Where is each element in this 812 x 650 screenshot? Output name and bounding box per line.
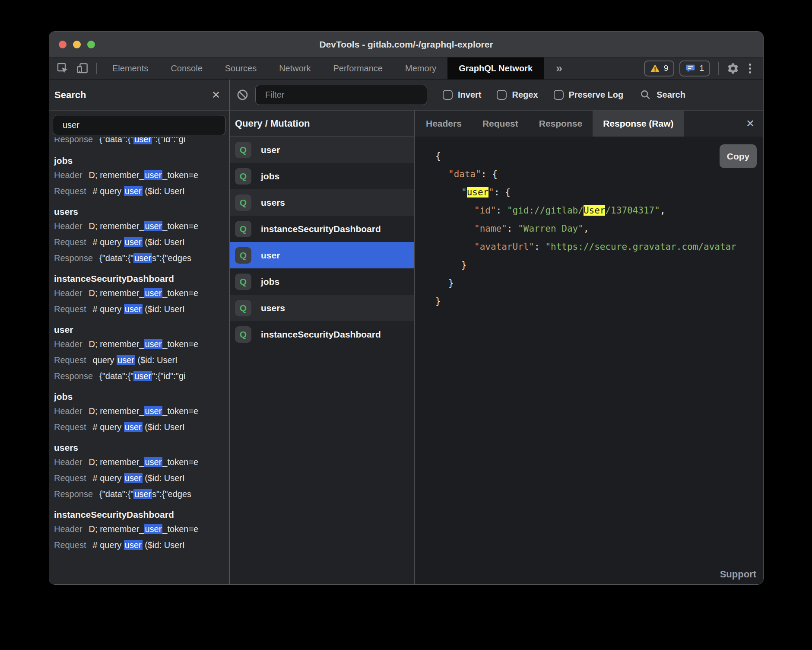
result-line-label: Request (54, 422, 86, 432)
devtools-window: DevTools - gitlab.com/-/graphql-explorer… (49, 31, 764, 585)
result-line-label: Header (54, 524, 82, 534)
query-item-label: users (261, 303, 285, 313)
json-response-body: {"data": {"user": {"id": "gid://gitlab/U… (415, 137, 763, 310)
network-filter-bar: Invert Regex Preserve Log Search (230, 80, 763, 111)
settings-gear-icon[interactable] (726, 62, 739, 75)
preserve-log-label: Preserve Log (569, 90, 624, 100)
search-result-line[interactable]: HeaderD; remember_user_token=e (54, 167, 227, 183)
search-result-line[interactable]: Response{"data":{"users":{"edges (54, 250, 227, 266)
json-line: "id": "gid://gitlab/User/13704317", (435, 201, 763, 220)
query-list-item-user[interactable]: Quser (230, 137, 414, 163)
match-highlight: user (144, 221, 162, 231)
search-result-line[interactable]: HeaderD; remember_user_token=e (54, 285, 227, 301)
result-line-label: Response (54, 253, 93, 263)
query-list-item-users[interactable]: Qusers (230, 295, 414, 321)
tab-sources[interactable]: Sources (214, 57, 268, 80)
open-search-button[interactable]: Search (640, 89, 685, 101)
result-line-label: Header (54, 221, 82, 231)
issues-badge[interactable]: 1 (679, 61, 710, 76)
regex-checkbox[interactable] (497, 90, 507, 100)
query-list-item-user[interactable]: Quser (230, 242, 414, 268)
result-line-label: Request (54, 304, 86, 314)
tab-network[interactable]: Network (268, 57, 322, 80)
query-list-item-users[interactable]: Qusers (230, 189, 414, 216)
match-highlight: user (133, 371, 152, 381)
details-tab-headers[interactable]: Headers (416, 111, 472, 137)
query-list-item-instancesecuritydashboard[interactable]: QinstanceSecurityDashboard (230, 321, 414, 347)
search-result-line[interactable]: Response{"data":{"user":{"id":"gi (54, 368, 227, 384)
preserve-log-checkbox-group[interactable]: Preserve Log (554, 90, 624, 100)
json-match-highlight: user (467, 187, 489, 198)
search-result-line[interactable]: Response{"data":{"user":{"id":"gi (54, 137, 227, 147)
query-item-label: jobs (261, 277, 279, 287)
issues-count: 1 (699, 64, 704, 73)
match-highlight: user (124, 186, 143, 196)
tab-graphql-network[interactable]: GraphQL Network (447, 57, 544, 80)
tab-memory[interactable]: Memory (394, 57, 447, 80)
window-title: DevTools - gitlab.com/-/graphql-explorer (49, 32, 763, 57)
query-item-label: instanceSecurityDashboard (261, 329, 381, 340)
filter-input[interactable] (255, 85, 427, 105)
query-list-item-instancesecuritydashboard[interactable]: QinstanceSecurityDashboard (230, 216, 414, 242)
search-result-line[interactable]: HeaderD; remember_user_token=e (54, 218, 227, 234)
search-result-line[interactable]: Request# query user ($id: UserI (54, 537, 227, 553)
invert-checkbox-group[interactable]: Invert (443, 90, 481, 100)
search-result-line[interactable]: Request# query user ($id: UserI (54, 470, 227, 486)
close-details-icon[interactable]: ✕ (746, 118, 755, 129)
message-icon (685, 64, 695, 73)
json-line: } (435, 292, 763, 310)
query-list-item-jobs[interactable]: Qjobs (230, 163, 414, 189)
match-highlight: user (133, 137, 152, 144)
result-line-label: Header (54, 339, 82, 349)
warning-icon (650, 64, 660, 73)
query-type-badge: Q (235, 274, 251, 290)
clipped-result-line: Response{"data":{"user":{"id":"gi (54, 137, 227, 148)
json-line: "name": "Warren Day", (435, 220, 763, 238)
more-options-menu-icon[interactable] (745, 64, 755, 73)
match-highlight: user (144, 288, 162, 298)
tab-console[interactable]: Console (159, 57, 213, 80)
details-tab-request[interactable]: Request (472, 111, 529, 137)
search-button-label: Search (657, 90, 685, 100)
search-result-group: instanceSecurityDashboardHeaderD; rememb… (54, 508, 227, 553)
search-panel-header: Search ✕ (49, 80, 229, 111)
copy-button[interactable]: Copy (720, 144, 757, 168)
search-result-line[interactable]: Requestquery user ($id: UserI (54, 352, 227, 368)
more-tabs-button[interactable]: » (544, 62, 574, 75)
device-toolbar-icon[interactable] (76, 62, 89, 75)
query-type-badge: Q (235, 326, 251, 343)
query-mutation-header: Query / Mutation (230, 111, 414, 137)
json-match-highlight: User (584, 205, 606, 216)
result-group-name: users (54, 441, 227, 454)
query-item-label: jobs (261, 171, 279, 182)
regex-checkbox-group[interactable]: Regex (497, 90, 538, 100)
match-highlight: user (124, 422, 143, 432)
title-bar: DevTools - gitlab.com/-/graphql-explorer (49, 32, 763, 57)
inspect-element-icon[interactable] (56, 62, 69, 75)
support-link[interactable]: Support (720, 569, 756, 580)
search-input[interactable] (53, 115, 225, 135)
query-list-item-jobs[interactable]: Qjobs (230, 268, 414, 295)
match-highlight: user (144, 406, 162, 416)
search-result-line[interactable]: HeaderD; remember_user_token=e (54, 403, 227, 419)
details-tab-response-raw[interactable]: Response (Raw) (593, 111, 684, 137)
search-result-line[interactable]: Request# query user ($id: UserI (54, 183, 227, 199)
invert-checkbox[interactable] (443, 90, 453, 100)
result-line-label: Request (54, 186, 86, 196)
json-line: "data": { (435, 165, 763, 183)
search-result-line[interactable]: Request# query user ($id: UserI (54, 419, 227, 435)
search-result-line[interactable]: Request# query user ($id: UserI (54, 234, 227, 250)
search-result-line[interactable]: HeaderD; remember_user_token=e (54, 521, 227, 537)
search-result-line[interactable]: Response{"data":{"users":{"edges (54, 486, 227, 502)
block-requests-icon[interactable] (237, 89, 248, 101)
match-highlight: user (124, 304, 143, 314)
search-result-line[interactable]: Request# query user ($id: UserI (54, 301, 227, 317)
tab-performance[interactable]: Performance (322, 57, 394, 80)
tab-elements[interactable]: Elements (101, 57, 159, 80)
preserve-log-checkbox[interactable] (554, 90, 564, 100)
close-search-icon[interactable]: ✕ (212, 90, 220, 100)
search-result-line[interactable]: HeaderD; remember_user_token=e (54, 336, 227, 352)
search-result-line[interactable]: HeaderD; remember_user_token=e (54, 454, 227, 470)
warnings-badge[interactable]: 9 (644, 61, 675, 76)
details-tab-response[interactable]: Response (529, 111, 593, 137)
